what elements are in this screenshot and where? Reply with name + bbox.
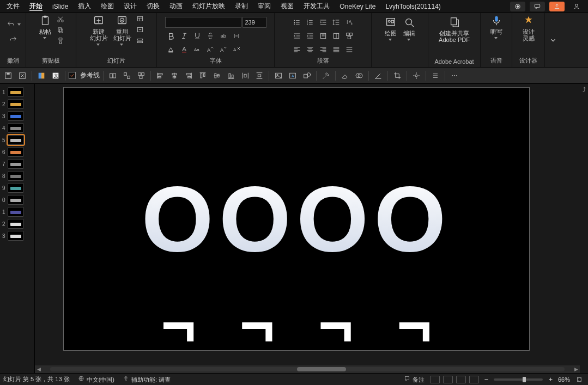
tool-align-centerh-icon[interactable] (168, 70, 180, 82)
align-right-button[interactable] (317, 44, 329, 55)
section-button[interactable] (135, 36, 145, 45)
menu-幻灯片放映[interactable]: 幻灯片放映 (188, 0, 229, 13)
shadow-button[interactable]: ab (217, 30, 229, 41)
tool-angle-icon[interactable] (372, 70, 384, 82)
line-spacing-button[interactable] (330, 17, 342, 28)
thumbnail-11[interactable]: 1 (0, 206, 34, 218)
thumbnail-6[interactable]: 6 (0, 146, 34, 158)
tool-textA-icon[interactable]: A (287, 70, 299, 82)
menu-审阅[interactable]: 审阅 (253, 0, 275, 13)
thumbnail-1[interactable]: 1 (0, 86, 34, 98)
thumbnail-13[interactable]: 3 (0, 230, 34, 242)
thumbnail-12[interactable]: 2 (0, 218, 34, 230)
thumbnail-7[interactable]: 7 (0, 158, 34, 170)
tool-target-icon[interactable] (410, 70, 422, 82)
increase-indent-button[interactable] (304, 30, 316, 41)
view-normal-icon[interactable] (430, 376, 440, 383)
align-justify-button[interactable] (330, 44, 342, 55)
tool-align-2-icon[interactable] (121, 70, 133, 82)
zoom-value[interactable]: 66% (558, 376, 570, 383)
undo-button[interactable] (5, 19, 17, 30)
fit-window-icon[interactable] (575, 376, 583, 383)
person-icon[interactable] (569, 2, 584, 11)
smartart-button[interactable] (343, 30, 355, 41)
tool-dist-h-icon[interactable] (239, 70, 251, 82)
menu-动画[interactable]: 动画 (165, 0, 187, 13)
font-size-combo[interactable]: 239 (243, 17, 266, 28)
dictate-button[interactable]: 听写 (488, 13, 505, 56)
record-icon[interactable] (510, 2, 525, 11)
page-curl-icon[interactable]: ⤴ (580, 86, 588, 94)
tool-color-icon[interactable] (35, 70, 47, 82)
tool-align-middle-icon[interactable] (211, 70, 223, 82)
tool-align-1-icon[interactable] (107, 70, 119, 82)
paste-dropdown-icon[interactable] (43, 37, 47, 40)
guides-checkbox[interactable] (69, 72, 76, 79)
tool-eyedrop-icon[interactable] (320, 70, 332, 82)
numbering-button[interactable]: 123 (304, 17, 316, 28)
thumbnail-9[interactable]: 9 (0, 182, 34, 194)
reset-button[interactable] (135, 26, 145, 34)
tool-list-icon[interactable] (429, 70, 441, 82)
status-lang[interactable]: 中文(中国) (77, 375, 114, 384)
tool-box-x-icon[interactable] (16, 70, 28, 82)
zoom-in-icon[interactable]: + (548, 375, 553, 383)
redo-button[interactable] (7, 34, 19, 45)
horizontal-scrollbar[interactable]: ◀ ▶ (35, 365, 580, 373)
copy-button[interactable] (56, 26, 65, 34)
dictate-dropdown-icon[interactable] (494, 37, 499, 40)
highlight-button[interactable] (165, 44, 177, 55)
cut-button[interactable] (56, 15, 65, 23)
zoom-handle[interactable] (523, 377, 526, 382)
char-spacing-button[interactable] (231, 30, 243, 41)
bold-button[interactable] (165, 30, 177, 41)
thumbnail-10[interactable]: 0 (0, 194, 34, 206)
view-sorter-icon[interactable] (443, 376, 453, 383)
status-notes[interactable]: 备注 (403, 375, 425, 384)
tool-align-top-icon[interactable] (197, 70, 209, 82)
tool-align-right-icon[interactable] (183, 70, 195, 82)
change-case-button[interactable]: Aa (191, 44, 203, 55)
menu-视图[interactable]: 视图 (276, 0, 298, 13)
align-center-button[interactable] (304, 44, 316, 55)
tool-align-left-icon[interactable] (154, 70, 166, 82)
draw-button[interactable]: 绘图 (382, 15, 399, 57)
scroll-thumb[interactable] (297, 367, 346, 371)
view-reading-icon[interactable] (456, 376, 466, 383)
paste-button[interactable]: 粘帖 (37, 13, 54, 56)
columns-button[interactable] (330, 30, 342, 41)
thumbnail-3[interactable]: 3 (0, 110, 34, 122)
layout-button[interactable] (135, 15, 145, 23)
clear-format-button[interactable]: A (231, 44, 243, 55)
font-color-button[interactable] (178, 44, 190, 55)
tool-shape-icon[interactable] (301, 70, 313, 82)
thumbnail-5[interactable]: 5 (0, 134, 34, 146)
menu-开发工具[interactable]: 开发工具 (299, 0, 334, 13)
comment-icon[interactable] (530, 2, 545, 11)
new-slide-button[interactable]: 新建 幻灯片 (88, 13, 110, 56)
tool-more-icon[interactable] (448, 70, 460, 82)
thumbnail-4[interactable]: 4 (0, 122, 34, 134)
ribbon-collapse-icon[interactable] (545, 13, 561, 67)
grow-font-button[interactable]: A (204, 44, 216, 55)
tool-text-box-icon[interactable]: 文 (50, 70, 62, 82)
align-left-button[interactable] (291, 44, 303, 55)
indent-button[interactable] (317, 17, 329, 28)
edit-button[interactable]: 编辑 (401, 15, 418, 57)
bullets-button[interactable] (291, 17, 303, 28)
tool-crop-icon[interactable] (391, 70, 403, 82)
menu-文件[interactable]: 文件 (2, 0, 24, 13)
format-painter-button[interactable] (56, 36, 65, 45)
shrink-font-button[interactable]: A (217, 44, 229, 55)
tool-save-icon[interactable] (2, 70, 14, 82)
strike-button[interactable] (204, 30, 216, 41)
text-direction-button[interactable]: ‖A (343, 17, 355, 28)
slide-canvas[interactable]: OOOO ¬ ¬ ¬ ¬ (63, 87, 530, 351)
zoom-slider[interactable] (494, 378, 543, 381)
thumbnail-panel[interactable]: 1234567890123 (0, 84, 35, 373)
canvas-area[interactable]: OOOO ¬ ¬ ¬ ¬ ◀ ▶ (35, 84, 580, 373)
font-family-combo[interactable] (165, 17, 241, 28)
menu-LvyhTools(201114)[interactable]: LvyhTools(201114) (381, 1, 445, 12)
adobe-pdf-button[interactable]: 创建并共享 Adobe PDF (437, 15, 472, 57)
align-vert-button[interactable] (317, 30, 329, 41)
